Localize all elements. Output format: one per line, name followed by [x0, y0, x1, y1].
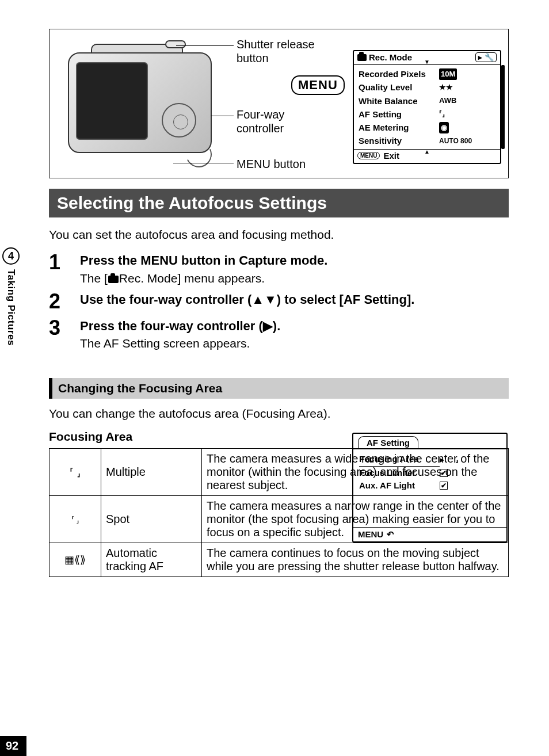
step-1: 1 Press the MENU button in Capture mode.…: [49, 252, 509, 285]
table-row: ▦⟪⟫ Automatic tracking AF The camera con…: [49, 543, 509, 577]
step-2: 2 Use the four-way controller (▲▼) to se…: [49, 291, 509, 312]
tracking-desc: The camera continues to focus on the mov…: [202, 543, 509, 577]
back-arrow-icon: ↶: [387, 529, 394, 540]
step-3: 3 Press the four-way controller (▶). The…: [49, 318, 509, 351]
label-fourway: Four-way controller: [237, 108, 284, 135]
wrench-icon: ▸ 🔧: [475, 52, 497, 62]
rec-mode-menu: Rec. Mode ▸ 🔧 ▼ Recorded Pixels10M Quali…: [353, 50, 501, 164]
multiple-name: Multiple: [101, 449, 202, 496]
menu-button-icon: MENU: [291, 75, 345, 95]
step-3-title: Press the four-way controller (▶).: [80, 318, 322, 335]
step-2-title: Use the four-way controller (▲▼) to sele…: [80, 291, 509, 308]
camera-illustration: [56, 38, 218, 162]
subsection-heading: Changing the Focusing Area: [49, 378, 509, 399]
af-setting-title: AF Setting: [358, 436, 418, 449]
multiple-icon: ⸢ ⸥: [49, 449, 101, 496]
tracking-icon: ▦⟪⟫: [49, 543, 101, 577]
tracking-name: Automatic tracking AF: [101, 543, 202, 577]
label-menu-button: MENU button: [237, 157, 306, 171]
step-3-desc: The AF Setting screen appears.: [80, 337, 322, 350]
rec-mode-rows: Recorded Pixels10M Quality Level★★ White…: [354, 65, 500, 149]
spot-icon: ⸢ ⸥: [49, 496, 101, 543]
label-shutter: Shutter release button: [237, 37, 315, 65]
section-intro: You can set the autofocus area and focus…: [49, 228, 509, 242]
menu-chip: MENU: [358, 529, 383, 539]
camera-icon: [108, 276, 119, 283]
exit-label: Exit: [383, 151, 399, 161]
step-1-desc: The [Rec. Mode] menu appears.: [80, 272, 509, 285]
menu-chip: MENU: [357, 152, 380, 159]
page-number: 92: [0, 736, 26, 756]
section-heading: Selecting the Autofocus Settings: [49, 189, 509, 217]
rec-mode-title: Rec. Mode: [369, 52, 412, 62]
step-1-title: Press the MENU button in Capture mode.: [80, 252, 509, 269]
spot-name: Spot: [101, 496, 202, 543]
subsection-intro: You can change the autofocus area (Focus…: [49, 407, 509, 421]
af-setting-screen: AF Setting Focusing Area▸⸢ ⸥ Focus Limit…: [352, 433, 508, 543]
camera-icon: [357, 54, 367, 61]
camera-diagram: Shutter release button MENU Four-way con…: [49, 29, 509, 178]
